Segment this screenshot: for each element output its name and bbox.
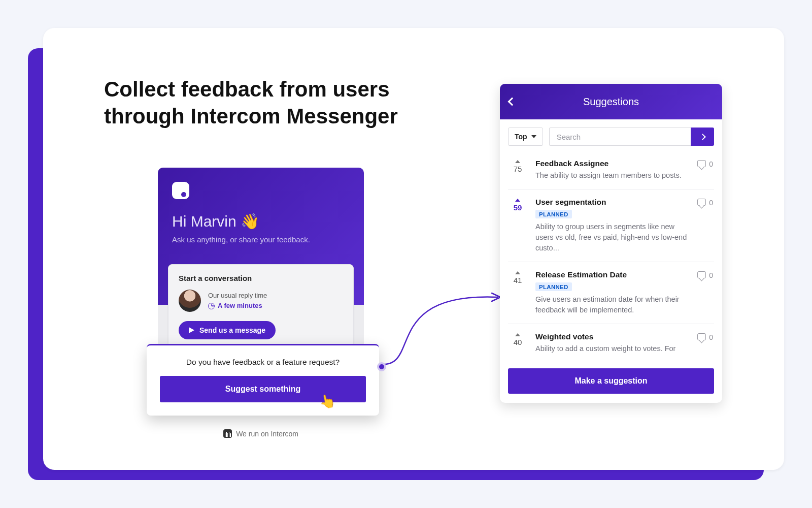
connector-origin-dot: [377, 362, 386, 371]
suggestion-row[interactable]: 59User segmentationPLANNEDAbility to gro…: [508, 189, 714, 262]
reply-time-value: A few minutes: [218, 301, 262, 311]
comment-count: 0: [697, 332, 713, 354]
back-icon[interactable]: [508, 98, 517, 106]
panel-title: Suggestions: [583, 96, 639, 108]
panel-header: Suggestions: [500, 84, 722, 119]
intercom-icon: [223, 429, 232, 438]
greeting-subtext: Ask us anything, or share your feedback.: [172, 235, 350, 244]
content-card: Collect feedback from users through Inte…: [43, 28, 784, 470]
suggest-question: Do you have feedback or a feature reques…: [160, 358, 366, 367]
suggestion-row[interactable]: 75Feedback AssigneeThe ability to assign…: [508, 151, 714, 189]
suggestion-title: Feedback Assignee: [535, 159, 688, 168]
chevron-down-icon: [531, 135, 536, 138]
suggestion-description: Ability to add a custom weight to votes.…: [535, 343, 688, 354]
suggestions-panel: Suggestions Top 75Feedback AssigneeThe a…: [500, 84, 722, 403]
intercom-attribution-label: We run on Intercom: [236, 430, 298, 438]
suggestion-description: Ability to group users in segments like …: [535, 221, 688, 253]
page-title: Collect feedback from users through Inte…: [104, 76, 429, 130]
comment-icon: [697, 160, 706, 167]
send-icon: [189, 327, 194, 333]
upvote-icon: [515, 333, 520, 336]
vote-control[interactable]: 59: [509, 198, 526, 253]
greeting-text: Hi Marvin 👋: [172, 212, 350, 230]
suggestions-list: 75Feedback AssigneeThe ability to assign…: [500, 151, 722, 362]
comment-count: 0: [697, 198, 713, 253]
upvote-icon: [515, 199, 520, 202]
status-badge: PLANNED: [535, 282, 572, 291]
upvote-icon: [515, 271, 520, 274]
vote-count: 75: [509, 165, 526, 173]
suggestion-title: User segmentation: [535, 198, 688, 207]
comment-icon: [697, 271, 706, 278]
suggestion-title: Weighted votes: [535, 332, 688, 341]
send-message-button[interactable]: Send us a message: [179, 321, 276, 339]
comment-count: 0: [697, 270, 713, 315]
suggest-something-button[interactable]: Suggest something 👆: [160, 376, 366, 402]
chevron-right-icon: [699, 134, 706, 140]
status-badge: PLANNED: [535, 210, 572, 218]
vote-control[interactable]: 41: [509, 270, 526, 315]
suggestion-row[interactable]: 41Release Estimation DatePLANNEDGive use…: [508, 262, 714, 324]
send-message-label: Send us a message: [199, 326, 265, 334]
intercom-attribution[interactable]: We run on Intercom: [158, 429, 364, 438]
vote-count: 41: [509, 276, 526, 284]
start-conversation-card: Start a conversation Our usual reply tim…: [168, 264, 354, 351]
suggest-prompt-card: Do you have feedback or a feature reques…: [147, 344, 379, 416]
suggestion-title: Release Estimation Date: [535, 270, 688, 279]
clock-icon: [208, 303, 215, 309]
comment-count: 0: [697, 159, 713, 181]
conversation-card-title: Start a conversation: [179, 274, 343, 282]
vote-count: 59: [509, 203, 526, 212]
suggestion-description: Give users an estimation date for when t…: [535, 294, 688, 315]
vote-count: 40: [509, 338, 526, 346]
reply-time-label: Our usual reply time: [208, 291, 267, 301]
comment-icon: [697, 333, 706, 340]
agent-avatar: [179, 290, 201, 312]
vote-control[interactable]: 75: [509, 159, 526, 181]
suggestion-description: The ability to assign team members to po…: [535, 170, 688, 181]
brand-logo: [172, 182, 189, 199]
messenger-header: Hi Marvin 👋 Ask us anything, or share yo…: [158, 168, 364, 305]
cursor-hand-icon: 👆: [318, 392, 337, 411]
make-suggestion-button[interactable]: Make a suggestion: [508, 368, 714, 394]
sort-dropdown-label: Top: [515, 133, 527, 141]
suggestion-row[interactable]: 40Weighted votesAbility to add a custom …: [508, 324, 714, 362]
search-submit-button[interactable]: [691, 128, 714, 146]
suggest-button-label: Suggest something: [225, 385, 300, 393]
sort-dropdown[interactable]: Top: [508, 128, 543, 146]
upvote-icon: [515, 160, 520, 163]
comment-icon: [697, 199, 706, 206]
vote-control[interactable]: 40: [509, 332, 526, 354]
search-input[interactable]: [549, 128, 691, 146]
reply-time-meta: Our usual reply time A few minutes: [208, 291, 267, 311]
